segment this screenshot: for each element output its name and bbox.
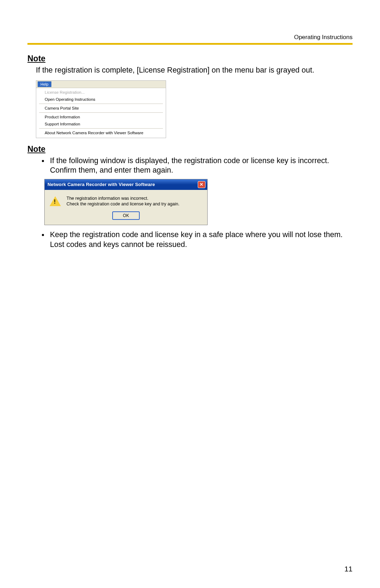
close-icon[interactable]: ✕ xyxy=(198,181,205,188)
error-dialog-screenshot: Network Camera Recorder with Viewer Soft… xyxy=(44,179,208,225)
running-header: Operating Instructions xyxy=(27,34,353,41)
menu-item-about[interactable]: About Network Camera Recorder with Viewe… xyxy=(36,129,166,136)
dialog-titlebar: Network Camera Recorder with Viewer Soft… xyxy=(45,179,207,190)
dialog-body: The registration information was incorre… xyxy=(45,190,207,212)
dialog-footer: OK xyxy=(45,211,207,225)
note-2-list: If the following window is displayed, th… xyxy=(27,156,353,175)
menu-item-support-info[interactable]: Support Information xyxy=(36,120,166,128)
menu-separator xyxy=(39,128,163,129)
help-dropdown: License Registration... Open Operating I… xyxy=(36,88,166,138)
menu-item-product-info[interactable]: Product Information xyxy=(36,113,166,120)
note-2-bullet-2: Keep the registration code and license k… xyxy=(49,230,353,249)
note-heading-1: Note xyxy=(27,54,353,63)
page-number: 11 xyxy=(344,565,353,573)
menu-item-license-registration: License Registration... xyxy=(36,89,166,96)
help-menu-screenshot: Help License Registration... Open Operat… xyxy=(36,80,166,138)
menu-item-open-instructions[interactable]: Open Operating Instructions xyxy=(36,96,166,103)
ok-button[interactable]: OK xyxy=(112,211,140,220)
header-rule xyxy=(27,43,353,45)
menu-separator xyxy=(39,104,163,104)
note-heading-2: Note xyxy=(27,144,353,154)
note-2-list-cont: Keep the registration code and license k… xyxy=(27,230,353,249)
menu-separator xyxy=(39,112,163,113)
bullet2-line2: Lost codes and keys cannot be reissued. xyxy=(50,240,187,249)
note-2-bullet-1: If the following window is displayed, th… xyxy=(49,156,353,175)
warning-icon xyxy=(50,196,61,206)
menu-bar: Help xyxy=(36,81,166,88)
dialog-message-line1: The registration information was incorre… xyxy=(66,196,148,201)
dialog-title: Network Camera Recorder with Viewer Soft… xyxy=(48,182,198,187)
document-page: Operating Instructions Note If the regis… xyxy=(0,0,380,588)
help-menu-button[interactable]: Help xyxy=(38,81,51,87)
note-1-text: If the registration is complete, [Licens… xyxy=(36,66,353,75)
dialog-message: The registration information was incorre… xyxy=(66,196,179,208)
dialog-message-line2: Check the registration code and license … xyxy=(66,202,179,206)
menu-item-camera-portal[interactable]: Camera Portal Site xyxy=(36,105,166,112)
bullet2-line1: Keep the registration code and license k… xyxy=(50,230,343,239)
